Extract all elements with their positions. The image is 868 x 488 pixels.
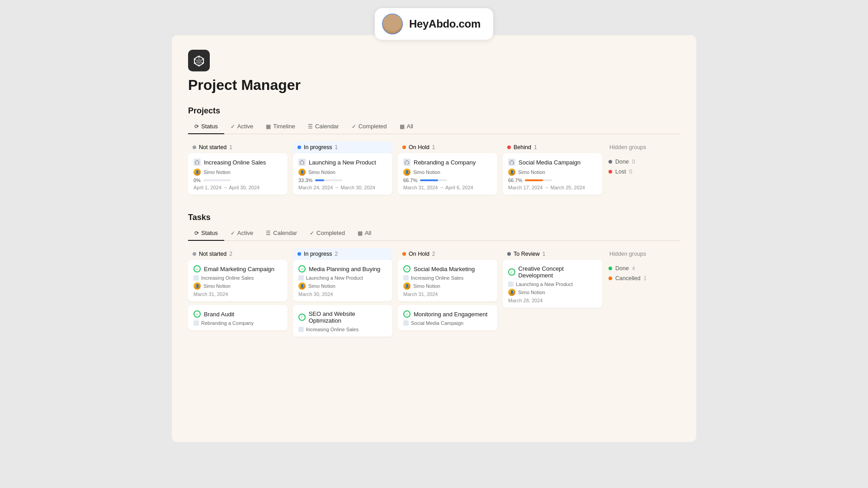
task-check-icon: ✓ — [403, 265, 410, 272]
tab-active-tasks[interactable]: ✓ Active — [224, 227, 259, 241]
task-sub-text: Increasing Online Sales — [298, 327, 387, 332]
col-header-behind: Behind 1 — [503, 141, 602, 153]
progress-row: 66.7% — [403, 178, 492, 183]
tasks-tabs: ⟳ Status ✓ Active ☰ Calendar ✓ Completed… — [188, 227, 680, 241]
tasks-kanban: Not started 2 ✓ Email Marketing Campaign… — [188, 248, 680, 340]
task-check-icon: ✓ — [508, 268, 515, 276]
task-sub-icon — [193, 275, 199, 281]
hidden-group-done[interactable]: Done 0 — [608, 157, 680, 167]
task-sub-text: Launching a New Product — [508, 282, 597, 287]
progress-bar-fill — [315, 179, 324, 181]
project-card-behind-1[interactable]: Social Media Campaign 👤 Simo Notion 66.7… — [503, 153, 602, 195]
project-card-in-progress-1[interactable]: Launching a New Product 👤 Simo Notion 33… — [293, 153, 392, 195]
tab-completed-tasks[interactable]: ✓ Completed — [303, 227, 351, 241]
dot-lost — [609, 170, 612, 174]
tab-completed-projects[interactable]: ✓ Completed — [345, 120, 393, 134]
tab-status-projects[interactable]: ⟳ Status — [188, 120, 224, 134]
tab-all-projects[interactable]: ▦ All — [393, 120, 420, 134]
all-icon: ▦ — [400, 123, 405, 130]
projects-section: Projects ⟳ Status ✓ Active ▦ Timeline ☰ … — [188, 106, 680, 198]
tab-all-tasks[interactable]: ▦ All — [351, 227, 377, 241]
dot-behind — [507, 145, 511, 149]
task-sub-text: Increasing Online Sales — [403, 275, 492, 281]
hidden-group-cancelled-t[interactable]: Cancelled 1 — [608, 273, 680, 283]
projects-section-title: Projects — [188, 106, 680, 116]
card-date: March 17, 2024 → March 25, 2024 — [508, 185, 597, 190]
tab-timeline-projects[interactable]: ▦ Timeline — [259, 120, 302, 134]
task-user-row: 👤 Simo Notion — [298, 282, 387, 290]
progress-bar-fill — [420, 179, 438, 181]
project-card-on-hold-1[interactable]: Rebranding a Company 👤 Simo Notion 66.7%… — [398, 153, 497, 195]
task-user-row: 👤 Simo Notion — [508, 289, 597, 296]
tab-active-projects[interactable]: ✓ Active — [224, 120, 259, 134]
tasks-col-header-to-review: To Review 1 — [503, 248, 602, 260]
card-user-row: 👤 Simo Notion — [508, 169, 597, 176]
col-header-on-hold: On Hold 1 — [398, 141, 497, 153]
calendar-icon: ☰ — [308, 123, 313, 130]
task-sub-icon — [403, 275, 409, 281]
user-avatar: 👤 — [403, 282, 410, 290]
projects-col-not-started: Not started 1 Increasing Online Sales 👤 … — [188, 141, 288, 198]
task-title-row: ✓ SEO and Website Optimization — [298, 310, 387, 324]
logo-area — [188, 50, 680, 71]
hidden-group-done-t[interactable]: Done 4 — [608, 263, 680, 273]
app-logo — [188, 50, 210, 71]
card-title-row: Increasing Online Sales — [193, 159, 282, 166]
task-card-in-progress-2[interactable]: ✓ SEO and Website Optimization Increasin… — [293, 305, 392, 337]
task-sub-icon — [298, 275, 304, 281]
task-card-not-started-1[interactable]: ✓ Email Marketing Campaign Increasing On… — [188, 260, 288, 301]
hidden-group-lost[interactable]: Lost 0 — [608, 167, 680, 177]
project-card-not-started-1[interactable]: Increasing Online Sales 👤 Simo Notion 0%… — [188, 153, 288, 195]
card-date: March 28, 2024 — [508, 298, 597, 303]
dot-on-hold — [402, 145, 406, 149]
progress-bar-bg — [525, 179, 552, 181]
card-date: March 31, 2024 — [403, 291, 492, 297]
progress-bar-bg — [203, 179, 231, 181]
projects-tabs: ⟳ Status ✓ Active ▦ Timeline ☰ Calendar … — [188, 120, 680, 134]
progress-row: 66.7% — [508, 178, 597, 183]
task-card-on-hold-2[interactable]: ✓ Monitoring and Engagement Social Media… — [398, 305, 497, 330]
projects-hidden-groups: Hidden groups Done 0 Lost 0 — [608, 141, 680, 198]
project-icon — [403, 159, 410, 166]
task-card-in-progress-1[interactable]: ✓ Media Planning and Buying Launching a … — [293, 260, 392, 301]
task-user-row: 👤 Simo Notion — [403, 282, 492, 290]
dot-done — [609, 160, 612, 164]
card-date: March 31, 2024 — [193, 291, 282, 297]
task-sub-text: Increasing Online Sales — [193, 275, 282, 281]
tasks-col-header-not-started: Not started 2 — [188, 248, 288, 260]
task-title-row: ✓ Brand Audit — [193, 310, 282, 318]
tasks-section: Tasks ⟳ Status ✓ Active ☰ Calendar ✓ Com… — [188, 213, 680, 340]
task-card-on-hold-1[interactable]: ✓ Social Media Marketing Increasing Onli… — [398, 260, 497, 301]
dot-t-in-progress — [297, 252, 301, 256]
tasks-col-on-hold: On Hold 2 ✓ Social Media Marketing Incre… — [398, 248, 497, 340]
task-card-to-review-1[interactable]: ✓ Creative Concept Development Launching… — [503, 260, 602, 308]
projects-col-on-hold: On Hold 1 Rebranding a Company 👤 Simo No… — [398, 141, 497, 198]
task-sub-icon — [193, 320, 199, 326]
tab-calendar-tasks[interactable]: ☰ Calendar — [259, 227, 303, 241]
task-title-row: ✓ Email Marketing Campaign — [193, 265, 282, 272]
task-card-not-started-2[interactable]: ✓ Brand Audit Rebranding a Company — [188, 305, 288, 330]
task-check-icon: ✓ — [403, 310, 410, 318]
tab-calendar-projects[interactable]: ☰ Calendar — [302, 120, 345, 134]
progress-bar-fill — [525, 179, 543, 181]
active-icon: ✓ — [231, 123, 235, 130]
card-user-row: 👤 Simo Notion — [193, 169, 282, 176]
completed-icon: ✓ — [352, 123, 356, 130]
card-user-row: 👤 Simo Notion — [403, 169, 492, 176]
svg-marker-8 — [195, 160, 199, 164]
card-date: April 1, 2024 → April 30, 2024 — [193, 185, 282, 190]
project-icon — [193, 159, 201, 166]
projects-col-in-progress: In progress 1 Launching a New Product 👤 … — [293, 141, 392, 198]
tab-status-tasks[interactable]: ⟳ Status — [188, 227, 224, 241]
tasks-col-in-progress: In progress 2 ✓ Media Planning and Buyin… — [293, 248, 392, 340]
task-sub-text: Rebranding a Company — [193, 320, 282, 326]
all-icon-t: ▦ — [358, 230, 363, 236]
header-bar: HeyAbdo.com — [0, 0, 868, 40]
task-sub-text: Launching a New Product — [298, 275, 387, 281]
user-avatar: 👤 — [193, 169, 201, 176]
user-avatar: 👤 — [508, 169, 515, 176]
task-check-icon: ✓ — [193, 310, 201, 318]
task-check-icon: ✓ — [298, 265, 306, 272]
task-sub-icon — [508, 282, 514, 287]
dot-t-to-review — [507, 252, 511, 256]
